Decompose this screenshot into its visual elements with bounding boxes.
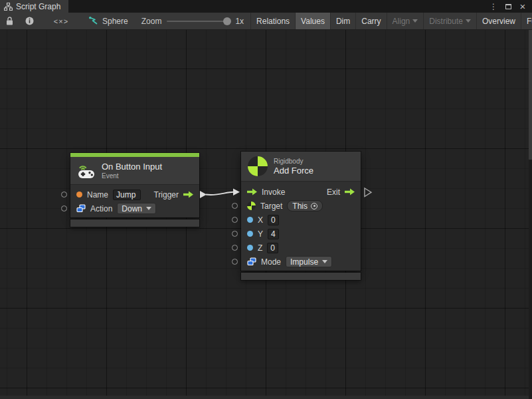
breadcrumb[interactable]: Sphere bbox=[82, 13, 135, 29]
y-row: Y 4 bbox=[247, 227, 355, 241]
z-input[interactable]: 0 bbox=[267, 243, 278, 253]
graph-icon bbox=[4, 3, 13, 11]
event-node-footer bbox=[70, 219, 199, 227]
script-graph-window: Script Graph ⋮ × <×> bbox=[0, 0, 532, 399]
force-target-port[interactable] bbox=[232, 203, 238, 209]
event-node-header[interactable]: On Button Input Event bbox=[70, 157, 199, 185]
code-view-button[interactable]: <×> bbox=[40, 13, 82, 29]
chevron-down-icon bbox=[466, 19, 471, 23]
lock-icon bbox=[6, 17, 13, 25]
event-node[interactable]: On Button Input Event Name Jump Trigger bbox=[70, 153, 199, 227]
name-row: Name Jump Trigger bbox=[76, 188, 193, 201]
distribute-label: Distribute bbox=[429, 17, 463, 26]
zoom-control: Zoom 1x bbox=[135, 13, 250, 29]
string-port-icon bbox=[76, 192, 82, 198]
action-label: Action bbox=[90, 204, 112, 213]
float-port-icon bbox=[247, 231, 253, 237]
force-node-kicker: Rigidbody bbox=[274, 158, 313, 166]
event-action-port[interactable] bbox=[61, 205, 67, 211]
y-input[interactable]: 4 bbox=[268, 229, 279, 239]
align-button[interactable]: Align bbox=[387, 13, 424, 29]
window-menu-icon[interactable]: ⋮ bbox=[488, 1, 499, 12]
zoom-label: Zoom bbox=[141, 17, 162, 26]
force-node[interactable]: Rigidbody Add Force Invoke Exit bbox=[241, 152, 361, 280]
mode-dropdown[interactable]: Impulse bbox=[286, 256, 332, 267]
zoom-slider-handle[interactable] bbox=[223, 17, 231, 25]
exit-label: Exit bbox=[327, 188, 340, 197]
target-picker-icon[interactable] bbox=[311, 203, 317, 209]
x-row: X 0 bbox=[247, 213, 355, 227]
chevron-down-icon bbox=[146, 207, 151, 210]
force-x-port[interactable] bbox=[232, 217, 238, 223]
action-dropdown[interactable]: Down bbox=[117, 203, 156, 214]
tab-title: Script Graph bbox=[16, 2, 60, 11]
trigger-flow-arrow-icon[interactable] bbox=[183, 191, 193, 198]
event-name-port[interactable] bbox=[61, 192, 67, 198]
gamepad-icon bbox=[77, 163, 96, 179]
event-node-title: On Button Input bbox=[102, 162, 162, 172]
force-mode-port[interactable] bbox=[232, 259, 238, 265]
rigidbody-port-icon bbox=[247, 201, 256, 210]
name-input[interactable]: Jump bbox=[113, 190, 141, 200]
trigger-label: Trigger bbox=[153, 190, 179, 200]
enum-icon bbox=[76, 204, 86, 213]
vertical-scrollbar-thumb[interactable] bbox=[529, 30, 532, 160]
zoom-level: 1x bbox=[235, 17, 244, 26]
script-machine-icon bbox=[89, 17, 98, 25]
mode-value: Impulse bbox=[290, 257, 318, 267]
close-icon[interactable]: × bbox=[517, 1, 528, 12]
z-row: Z 0 bbox=[247, 241, 355, 255]
overview-label: Overview bbox=[482, 17, 515, 26]
target-value: This bbox=[292, 201, 308, 211]
exit-flow-arrow-icon[interactable] bbox=[345, 188, 355, 196]
target-row: Target This bbox=[247, 199, 355, 213]
force-z-port[interactable] bbox=[232, 245, 238, 251]
force-node-title: Add Force bbox=[274, 166, 313, 176]
x-label: X bbox=[258, 215, 263, 225]
mode-label: Mode bbox=[261, 257, 281, 267]
carry-button[interactable]: Carry bbox=[356, 13, 386, 29]
rigidbody-icon bbox=[248, 156, 268, 176]
event-node-body: Name Jump Trigger bbox=[70, 185, 199, 217]
relations-button[interactable]: Relations bbox=[251, 13, 295, 29]
dim-button[interactable]: Dim bbox=[331, 13, 355, 29]
force-node-body: Invoke Exit Target This bbox=[241, 182, 361, 271]
z-label: Z bbox=[258, 243, 262, 253]
exit-port-triangle-icon bbox=[365, 188, 371, 197]
fullscreen-label: Full Screen bbox=[527, 17, 532, 26]
target-label: Target bbox=[260, 201, 282, 211]
zoom-slider[interactable] bbox=[167, 21, 230, 22]
toolbar-buttons: Relations Values Dim Carry Align Distrib… bbox=[250, 13, 532, 29]
tab-script-graph[interactable]: Script Graph bbox=[0, 0, 68, 13]
y-label: Y bbox=[258, 229, 263, 239]
values-button[interactable]: Values bbox=[296, 13, 330, 29]
info-icon bbox=[25, 17, 34, 25]
float-port-icon bbox=[247, 245, 253, 251]
maximize-icon[interactable] bbox=[503, 1, 513, 12]
mode-row: Mode Impulse bbox=[247, 255, 355, 269]
target-chip[interactable]: This bbox=[287, 200, 323, 211]
force-y-port[interactable] bbox=[232, 231, 238, 237]
graph-canvas[interactable]: On Button Input Event Name Jump Trigger bbox=[0, 30, 532, 399]
fullscreen-button[interactable]: Full Screen bbox=[521, 13, 532, 29]
lock-button[interactable] bbox=[0, 13, 19, 29]
invoke-flow-arrow-icon[interactable] bbox=[247, 188, 257, 196]
action-row: Action Down bbox=[76, 201, 193, 215]
name-label: Name bbox=[87, 190, 108, 200]
invoke-label: Invoke bbox=[262, 188, 285, 197]
x-input[interactable]: 0 bbox=[268, 215, 279, 225]
distribute-button[interactable]: Distribute bbox=[424, 13, 476, 29]
force-node-footer bbox=[241, 273, 361, 280]
vertical-scrollbar[interactable] bbox=[529, 30, 532, 399]
carry-label: Carry bbox=[361, 17, 381, 26]
invoke-row: Invoke Exit bbox=[247, 185, 355, 199]
force-node-header[interactable]: Rigidbody Add Force bbox=[241, 152, 361, 182]
info-button[interactable] bbox=[19, 13, 40, 29]
horizontal-scrollbar[interactable] bbox=[0, 396, 529, 399]
action-value: Down bbox=[122, 204, 142, 213]
float-port-icon bbox=[247, 217, 253, 223]
breadcrumb-label: Sphere bbox=[102, 17, 128, 26]
window-controls: ⋮ × bbox=[488, 0, 532, 13]
overview-button[interactable]: Overview bbox=[477, 13, 521, 29]
title-bar: Script Graph ⋮ × bbox=[0, 0, 532, 13]
